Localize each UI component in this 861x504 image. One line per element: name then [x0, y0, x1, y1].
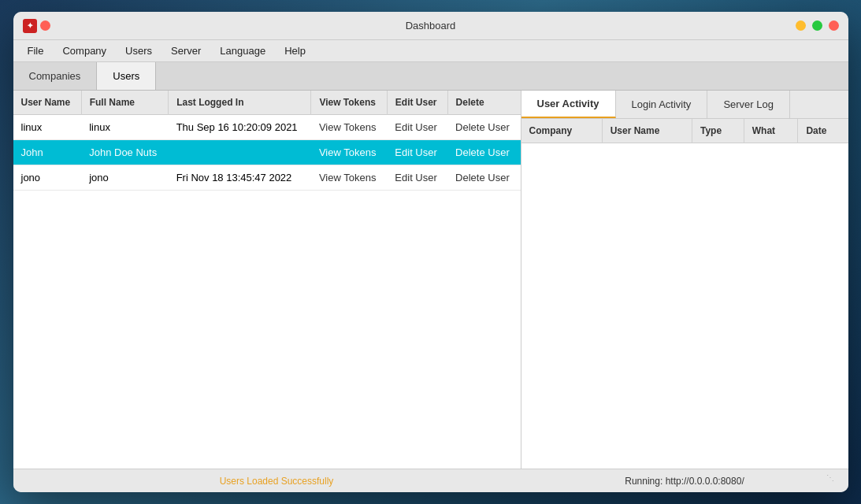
activity-table-header: Company User Name Type What Date	[521, 119, 848, 143]
cell-delete[interactable]: Delete User	[447, 165, 520, 191]
cell-edit-user[interactable]: Edit User	[387, 165, 447, 191]
status-left: Users Loaded Successfully	[23, 476, 531, 487]
menu-file[interactable]: File	[20, 43, 52, 58]
menu-users[interactable]: Users	[117, 43, 160, 58]
table-row[interactable]: John John Doe Nuts View Tokens Edit User…	[13, 140, 521, 165]
activity-tabbar: User Activity Login Activity Server Log	[521, 91, 848, 119]
delete-user-button[interactable]: Delete User	[455, 121, 510, 133]
main-tabbar: Companies Users	[13, 62, 848, 91]
col-username: User Name	[13, 91, 82, 115]
cell-username: linux	[13, 115, 82, 140]
cell-edit-user[interactable]: Edit User	[387, 140, 447, 165]
cell-view-tokens[interactable]: View Tokens	[311, 165, 387, 191]
minimize-button[interactable]	[796, 20, 806, 31]
col-type: Type	[692, 119, 744, 143]
cell-view-tokens[interactable]: View Tokens	[311, 140, 387, 165]
delete-user-button[interactable]: Delete User	[455, 146, 510, 158]
delete-user-button[interactable]: Delete User	[455, 172, 510, 183]
cell-username: jono	[13, 165, 82, 191]
edit-user-button[interactable]: Edit User	[395, 146, 436, 158]
col-what: What	[744, 119, 798, 143]
view-tokens-button[interactable]: View Tokens	[319, 172, 377, 183]
edit-user-button[interactable]: Edit User	[395, 121, 436, 133]
tab-server-log[interactable]: Server Log	[707, 91, 790, 118]
col-view-tokens: View Tokens	[311, 91, 387, 115]
table-row[interactable]: linux linux Thu Sep 16 10:20:09 2021 Vie…	[13, 115, 521, 140]
users-table-header: User Name Full Name Last Logged In View …	[13, 91, 521, 115]
col-company: Company	[521, 119, 603, 143]
col-edit-user: Edit User	[387, 91, 447, 115]
menubar: File Company Users Server Language Help	[13, 40, 848, 62]
cell-last-logged-in: Thu Sep 16 10:20:09 2021	[169, 115, 311, 140]
resize-handle[interactable]: ⋱	[825, 472, 836, 484]
tab-user-activity[interactable]: User Activity	[521, 91, 616, 118]
app-icon: ✦	[23, 19, 37, 33]
cell-last-logged-in: Fri Nov 18 13:45:47 2022	[169, 165, 311, 191]
traffic-lights	[40, 20, 50, 31]
view-tokens-button[interactable]: View Tokens	[319, 121, 377, 133]
tab-companies[interactable]: Companies	[13, 62, 98, 90]
col-delete: Delete	[447, 91, 520, 115]
fullscreen-button[interactable]	[829, 20, 839, 31]
activity-table: Company User Name Type What Date	[521, 119, 848, 143]
titlebar: ✦ Dashboard	[13, 12, 848, 40]
tab-users[interactable]: Users	[97, 62, 156, 90]
users-table-container: User Name Full Name Last Logged In View …	[13, 91, 521, 469]
main-content: User Name Full Name Last Logged In View …	[13, 91, 848, 469]
cell-delete[interactable]: Delete User	[447, 115, 520, 140]
col-date: Date	[798, 119, 848, 143]
window-title: Dashboard	[406, 20, 456, 32]
window-controls	[796, 20, 839, 31]
menu-server[interactable]: Server	[163, 43, 209, 58]
col-act-username: User Name	[602, 119, 692, 143]
col-fullname: Full Name	[81, 91, 168, 115]
cell-username: John	[13, 140, 82, 165]
cell-fullname: linux	[81, 115, 168, 140]
menu-language[interactable]: Language	[212, 43, 273, 58]
users-table: User Name Full Name Last Logged In View …	[13, 91, 521, 191]
cell-delete[interactable]: Delete User	[447, 140, 520, 165]
main-window: ✦ Dashboard File Company Users Server La…	[13, 12, 848, 492]
close-button[interactable]	[40, 20, 50, 31]
activity-table-container: Company User Name Type What Date	[521, 119, 848, 469]
tab-login-activity[interactable]: Login Activity	[616, 91, 708, 118]
cell-view-tokens[interactable]: View Tokens	[311, 115, 387, 140]
edit-user-button[interactable]: Edit User	[395, 172, 436, 183]
statusbar-wrap: Users Loaded Successfully Running: http:…	[23, 476, 839, 487]
cell-fullname: jono	[81, 165, 168, 191]
table-row[interactable]: jono jono Fri Nov 18 13:45:47 2022 View …	[13, 165, 521, 191]
statusbar: Users Loaded Successfully Running: http:…	[13, 469, 848, 492]
col-last-logged-in: Last Logged In	[169, 91, 311, 115]
cell-last-logged-in	[169, 140, 311, 165]
cell-fullname: John Doe Nuts	[81, 140, 168, 165]
view-tokens-button[interactable]: View Tokens	[319, 146, 377, 158]
maximize-button[interactable]	[812, 20, 822, 31]
menu-company[interactable]: Company	[54, 43, 114, 58]
menu-help[interactable]: Help	[276, 43, 314, 58]
users-panel: User Name Full Name Last Logged In View …	[13, 91, 521, 469]
cell-edit-user[interactable]: Edit User	[387, 115, 447, 140]
status-right: Running: http://0.0.0.0:8080/	[531, 476, 839, 487]
activity-panel: User Activity Login Activity Server Log …	[521, 91, 848, 469]
